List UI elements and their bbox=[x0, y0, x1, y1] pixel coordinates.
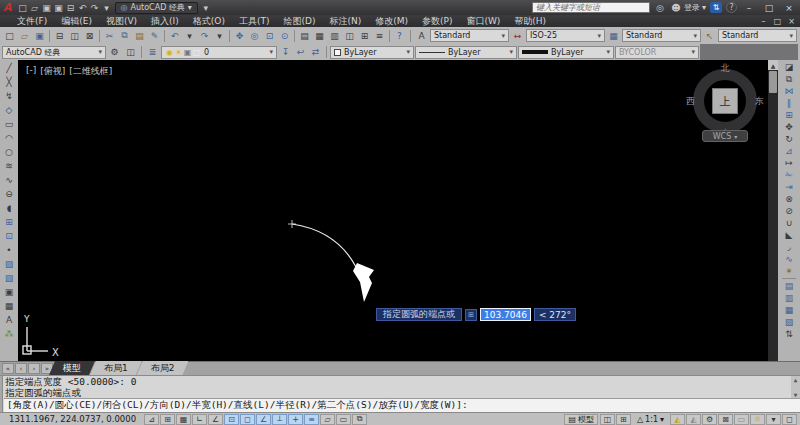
doc-close-button[interactable]: × bbox=[785, 16, 798, 26]
explode-icon[interactable]: ✶ bbox=[781, 265, 797, 277]
array-icon[interactable]: ⊞ bbox=[781, 109, 797, 121]
new-icon[interactable]: □ bbox=[17, 2, 29, 14]
viewcube-west-label[interactable]: 西 bbox=[686, 95, 695, 108]
break-at-point-icon[interactable]: ⊗ bbox=[781, 193, 797, 205]
linetype-combo[interactable]: ByLayer ▾ bbox=[415, 46, 517, 59]
dynamic-input-angle-field[interactable]: < 272° bbox=[534, 308, 576, 321]
join-icon[interactable]: ∪ bbox=[781, 217, 797, 229]
workspace-combo[interactable]: AutoCAD 经典▾ bbox=[2, 46, 106, 59]
extend-icon[interactable]: ⇥ bbox=[781, 181, 797, 193]
fillet-icon[interactable]: ◞ bbox=[781, 241, 797, 253]
menu-modify[interactable]: 修改(M) bbox=[368, 15, 415, 27]
revision-cloud-icon[interactable]: ≋ bbox=[1, 159, 17, 173]
sheet-set-manager-icon[interactable]: ◫ bbox=[342, 29, 357, 43]
quick-properties-toggle[interactable]: ▭ bbox=[336, 414, 351, 425]
tab-layout1[interactable]: 布局1 bbox=[90, 361, 142, 375]
insert-block-icon[interactable]: ⊞ bbox=[1, 215, 17, 229]
drawing-canvas[interactable]: Y X [-] [俯视] [二维线框] 上 北 南 西 东 WCS ▾ bbox=[18, 60, 768, 361]
construction-line-icon[interactable]: ╳ bbox=[1, 75, 17, 89]
ellipse-arc-icon[interactable]: ◖ bbox=[1, 201, 17, 215]
zoom-window-icon[interactable]: ⊡ bbox=[262, 29, 277, 43]
menu-edit[interactable]: 编辑(E) bbox=[54, 15, 99, 27]
search-input[interactable]: 键入关键字或短语 bbox=[532, 2, 650, 13]
ellipse-icon[interactable]: ⊖ bbox=[1, 187, 17, 201]
menu-window[interactable]: 窗口(W) bbox=[459, 15, 507, 27]
quick-view-drawings-button[interactable]: ⊞ bbox=[616, 414, 631, 425]
bring-to-front-icon[interactable]: ▤ bbox=[781, 280, 797, 292]
scroll-up-icon[interactable]: ▲ bbox=[794, 376, 798, 383]
maximize-button[interactable]: □ bbox=[761, 2, 777, 14]
polyline-icon[interactable]: ↯ bbox=[1, 89, 17, 103]
polar-tracking-toggle[interactable]: ∠ bbox=[208, 414, 223, 425]
text-style-combo[interactable]: Standard▾ bbox=[430, 29, 509, 42]
bring-above-objects-icon[interactable]: ▦ bbox=[781, 304, 797, 316]
save-icon[interactable]: ▣ bbox=[32, 29, 47, 43]
search-icon[interactable]: ◎ bbox=[654, 2, 666, 13]
transparency-toggle[interactable]: ▱ bbox=[320, 414, 335, 425]
viewcube-top-face[interactable]: 上 bbox=[712, 88, 738, 114]
erase-icon[interactable]: ◪ bbox=[781, 61, 797, 73]
minimize-button[interactable]: – bbox=[741, 2, 757, 14]
plot-preview-icon[interactable]: ◫ bbox=[67, 29, 82, 43]
trim-icon[interactable]: ✁ bbox=[781, 169, 797, 181]
workspace-dropdown[interactable]: ◎ AutoCAD 经典 ▾ bbox=[115, 2, 198, 14]
menu-format[interactable]: 格式(O) bbox=[186, 15, 232, 27]
rectangle-icon[interactable]: ▭ bbox=[1, 117, 17, 131]
mirror-icon[interactable]: ⋈ bbox=[781, 85, 797, 97]
quickcalc-icon[interactable]: ≡ bbox=[372, 29, 387, 43]
viewport-view-control[interactable]: [俯视] bbox=[40, 65, 65, 78]
rotate-icon[interactable]: ↻ bbox=[781, 133, 797, 145]
menu-insert[interactable]: 插入(I) bbox=[144, 15, 186, 27]
command-input-row[interactable]: [角度(A)/圆心(CE)/闭合(CL)/方向(D)/半宽(H)/直线(L)/半… bbox=[4, 398, 800, 412]
grid-display-toggle[interactable]: ▦ bbox=[176, 414, 191, 425]
scale-icon[interactable]: ⊿ bbox=[781, 145, 797, 157]
sign-in-button[interactable]: ☻ 登录 ▾ bbox=[670, 2, 706, 13]
menu-draw[interactable]: 绘图(D) bbox=[276, 15, 322, 27]
plot-style-combo[interactable]: BYCOLOR ▾ bbox=[615, 46, 699, 59]
color-combo[interactable]: ByLayer ▾ bbox=[330, 46, 414, 59]
mtext-icon[interactable]: A bbox=[1, 313, 17, 327]
layer-previous-icon[interactable]: ↩ bbox=[293, 45, 308, 59]
gradient-icon[interactable]: ▧ bbox=[1, 271, 17, 285]
workspace-switching-gear-button[interactable]: ⚙ bbox=[702, 414, 717, 425]
properties-icon[interactable]: ▤ bbox=[297, 29, 312, 43]
dynamic-input-options-icon[interactable]: ⊞ bbox=[465, 309, 477, 321]
snap-mode-toggle[interactable]: ⊞ bbox=[160, 414, 175, 425]
undo-icon[interactable]: ↶ bbox=[77, 2, 89, 14]
mleader-style-combo[interactable]: Standard▾ bbox=[718, 29, 797, 42]
qat-menu-icon[interactable]: ▾ bbox=[101, 2, 113, 14]
close-button[interactable]: × bbox=[781, 2, 797, 14]
menu-tools[interactable]: 工具(T) bbox=[232, 15, 277, 27]
ucs-icon[interactable] bbox=[23, 327, 48, 354]
infer-constraints-toggle[interactable]: ⊿ bbox=[144, 414, 159, 425]
coordinate-readout[interactable]: 1311.1967, 224.0737, 0.0000 bbox=[3, 414, 142, 424]
spline-icon[interactable]: ∿ bbox=[1, 173, 17, 187]
viewport-visual-style-control[interactable]: [二维线框] bbox=[69, 65, 112, 78]
break-icon[interactable]: ⊘ bbox=[781, 205, 797, 217]
workspace-settings-icon[interactable]: ⚙ bbox=[107, 45, 122, 59]
line-icon[interactable]: ╱ bbox=[1, 61, 17, 75]
undo-icon[interactable]: ↶ bbox=[167, 29, 182, 43]
doc-restore-button[interactable]: □ bbox=[771, 16, 784, 26]
circle-icon[interactable]: ○ bbox=[1, 145, 17, 159]
save-as-icon[interactable]: ▣ bbox=[53, 2, 65, 14]
menu-parametric[interactable]: 参数(P) bbox=[415, 15, 459, 27]
viewcube-north-label[interactable]: 北 bbox=[721, 62, 730, 75]
clean-screen-button[interactable]: ◻ bbox=[782, 414, 797, 425]
plot-icon[interactable]: ⊟ bbox=[65, 2, 77, 14]
viewcube[interactable]: 上 北 南 西 东 bbox=[686, 62, 764, 140]
command-panel-grip[interactable] bbox=[0, 376, 3, 412]
hardware-acceleration-button[interactable]: ▭ bbox=[734, 414, 749, 425]
region-icon[interactable]: ▣ bbox=[1, 285, 17, 299]
viewcube-east-label[interactable]: 东 bbox=[755, 95, 764, 108]
dynamic-input-toggle[interactable]: + bbox=[288, 414, 303, 425]
tool-palettes-icon[interactable]: ▥ bbox=[327, 29, 342, 43]
help-icon[interactable]: ? bbox=[392, 29, 407, 43]
ortho-mode-toggle[interactable]: ∟ bbox=[192, 414, 207, 425]
add-selected-icon[interactable]: ⁂ bbox=[1, 327, 17, 341]
point-icon[interactable]: • bbox=[1, 243, 17, 257]
toolbar-lock-button[interactable]: ⊠ bbox=[718, 414, 733, 425]
hatch-icon[interactable]: ▨ bbox=[1, 257, 17, 271]
send-under-objects-icon[interactable]: ▧ bbox=[781, 316, 797, 328]
tab-nav-first-button[interactable]: « bbox=[2, 363, 14, 374]
